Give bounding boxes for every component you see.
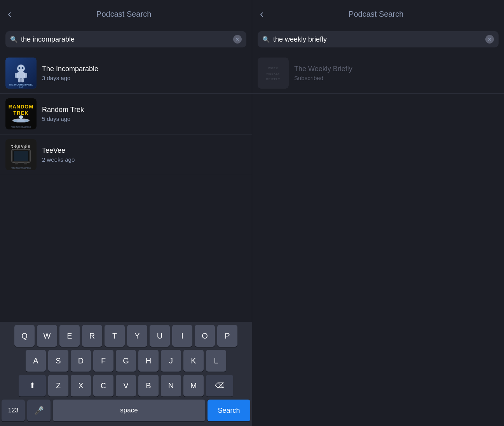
- result-info-weekly-briefly: The Weekly Briefly Subscribed: [294, 65, 499, 81]
- right-header: ‹ Podcast Search: [252, 0, 504, 28]
- right-search-input[interactable]: the weekly briefly: [273, 35, 482, 44]
- svg-point-17: [19, 115, 23, 119]
- svg-rect-6: [18, 79, 21, 82]
- result-subtitle-weekly-briefly: Subscribed: [294, 75, 499, 81]
- result-subtitle-random-trek: 5 days ago: [42, 115, 246, 122]
- right-back-button[interactable]: ‹: [260, 9, 263, 19]
- key-t[interactable]: T: [105, 325, 125, 347]
- right-search-bar[interactable]: 🔍 the weekly briefly ✕: [258, 31, 499, 47]
- key-z[interactable]: Z: [48, 375, 68, 396]
- key-j[interactable]: J: [161, 350, 181, 372]
- result-subtitle-incomparable: 3 days ago: [42, 75, 246, 81]
- svg-text:THE INCOMPARABLE: THE INCOMPARABLE: [11, 126, 31, 128]
- result-title-incomparable: The Incomparable: [42, 65, 246, 73]
- right-search-clear-button[interactable]: ✕: [485, 35, 494, 44]
- result-title-weekly-briefly: The Weekly Briefly: [294, 65, 499, 73]
- svg-text:5by5: 5by5: [19, 86, 23, 88]
- key-g[interactable]: G: [116, 350, 136, 372]
- key-y[interactable]: Y: [127, 325, 147, 347]
- key-s[interactable]: S: [48, 350, 68, 372]
- key-o[interactable]: O: [195, 325, 215, 347]
- backspace-key[interactable]: ⌫: [206, 375, 233, 396]
- keyboard-row-4: 123 🎤 space Search: [2, 400, 250, 421]
- result-title-teevee: TeeVee: [42, 147, 246, 155]
- svg-text:RANDOM: RANDOM: [9, 104, 34, 110]
- key-w[interactable]: W: [37, 325, 57, 347]
- svg-text:WEEKLY: WEEKLY: [266, 72, 280, 75]
- keyboard-row-3: ⬆ Z X C V B N M ⌫: [2, 375, 250, 396]
- right-search-bar-container: 🔍 the weekly briefly ✕: [252, 28, 504, 53]
- result-info-incomparable: The Incomparable 3 days ago: [42, 65, 246, 81]
- left-search-clear-button[interactable]: ✕: [233, 35, 242, 44]
- key-x[interactable]: X: [71, 375, 91, 396]
- key-f[interactable]: F: [93, 350, 113, 372]
- left-results-list: THE INCOMPARABLE 5by5 The Incomparable 3…: [0, 53, 252, 322]
- key-v[interactable]: V: [116, 375, 136, 396]
- result-item-incomparable[interactable]: THE INCOMPARABLE 5by5 The Incomparable 3…: [0, 53, 252, 94]
- left-header-title: Podcast Search: [16, 10, 232, 19]
- key-q[interactable]: Q: [14, 325, 35, 347]
- result-title-random-trek: Random Trek: [42, 106, 246, 114]
- key-k[interactable]: K: [183, 350, 204, 372]
- key-d[interactable]: D: [71, 350, 91, 372]
- svg-point-18: [14, 120, 17, 122]
- left-header: ‹ Podcast Search: [0, 0, 252, 28]
- key-a[interactable]: A: [26, 350, 46, 372]
- key-i[interactable]: I: [172, 325, 192, 347]
- shift-key[interactable]: ⬆: [19, 375, 46, 396]
- svg-point-8: [19, 67, 21, 69]
- key-l[interactable]: L: [206, 350, 226, 372]
- result-item-weekly-briefly[interactable]: WORK WEEKLY BRIEFLY The Weekly Briefly S…: [252, 53, 504, 94]
- result-item-teevee[interactable]: teevee THE INCOMPARABLE Tee: [0, 134, 252, 175]
- svg-text:THE INCOMPARABLE: THE INCOMPARABLE: [11, 167, 31, 169]
- svg-text:TREK: TREK: [13, 110, 28, 116]
- keyboard-row-1: Q W E R T Y U I O P: [2, 325, 250, 347]
- svg-text:teevee: teevee: [11, 144, 31, 149]
- key-r[interactable]: R: [82, 325, 102, 347]
- key-b[interactable]: B: [138, 375, 159, 396]
- podcast-art-incomparable: THE INCOMPARABLE 5by5: [5, 58, 37, 89]
- podcast-art-random-trek: RANDOM TREK THE INCOMPARABLE: [5, 98, 37, 129]
- key-c[interactable]: C: [93, 375, 113, 396]
- keyboard: Q W E R T Y U I O P A S D F G H J K L ⬆ …: [0, 322, 252, 426]
- key-p[interactable]: P: [217, 325, 237, 347]
- svg-rect-5: [24, 73, 27, 78]
- svg-point-9: [22, 67, 24, 69]
- search-key[interactable]: Search: [208, 400, 250, 421]
- svg-rect-29: [24, 162, 27, 164]
- key-n[interactable]: N: [161, 375, 181, 396]
- podcast-art-weekly-briefly: WORK WEEKLY BRIEFLY: [258, 58, 289, 89]
- podcast-art-teevee: teevee THE INCOMPARABLE: [5, 139, 37, 170]
- right-search-icon: 🔍: [262, 36, 270, 43]
- svg-text:WORK: WORK: [268, 67, 278, 70]
- microphone-key[interactable]: 🎤: [27, 400, 51, 421]
- key-u[interactable]: U: [150, 325, 170, 347]
- left-search-input[interactable]: the incomparable: [21, 35, 230, 44]
- result-item-random-trek[interactable]: RANDOM TREK THE INCOMPARABLE Random Trek…: [0, 94, 252, 134]
- left-panel: ‹ Podcast Search 🔍 the incomparable ✕: [0, 0, 252, 426]
- search-icon: 🔍: [10, 36, 18, 43]
- keyboard-row-2: A S D F G H J K L: [2, 350, 250, 372]
- key-m[interactable]: M: [183, 375, 204, 396]
- svg-text:BRIEFLY: BRIEFLY: [266, 78, 280, 80]
- svg-rect-28: [15, 162, 18, 164]
- svg-point-19: [24, 120, 28, 122]
- key-e[interactable]: E: [59, 325, 80, 347]
- result-info-teevee: TeeVee 2 weeks ago: [42, 147, 246, 163]
- svg-rect-25: [14, 151, 28, 161]
- result-info-random-trek: Random Trek 5 days ago: [42, 106, 246, 122]
- left-back-button[interactable]: ‹: [8, 9, 11, 19]
- right-results-list: WORK WEEKLY BRIEFLY The Weekly Briefly S…: [252, 53, 504, 426]
- svg-point-2: [17, 65, 25, 72]
- svg-rect-3: [17, 72, 25, 79]
- right-header-title: Podcast Search: [268, 10, 484, 19]
- numbers-key[interactable]: 123: [2, 400, 25, 421]
- result-subtitle-teevee: 2 weeks ago: [42, 156, 246, 163]
- svg-rect-7: [21, 79, 24, 82]
- left-search-bar-container: 🔍 the incomparable ✕: [0, 28, 252, 53]
- key-h[interactable]: H: [138, 350, 159, 372]
- right-panel: ‹ Podcast Search 🔍 the weekly briefly ✕ …: [252, 0, 504, 426]
- svg-rect-4: [15, 73, 17, 78]
- space-key[interactable]: space: [53, 400, 205, 421]
- left-search-bar[interactable]: 🔍 the incomparable ✕: [5, 31, 246, 47]
